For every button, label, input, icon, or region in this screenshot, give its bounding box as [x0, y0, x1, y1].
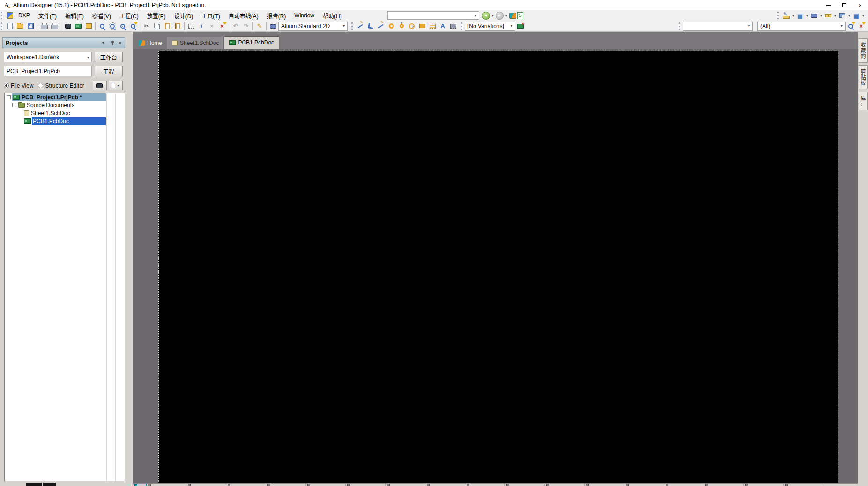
- back-history-chevron-icon[interactable]: ▾: [491, 14, 495, 18]
- move-icon[interactable]: +: [196, 22, 207, 31]
- tree-item-project[interactable]: − PCB_Project1.PrjPcb *: [5, 93, 125, 101]
- variant-board-icon[interactable]: [515, 22, 526, 31]
- panel-tab-clipboard[interactable]: 剪贴板: [859, 65, 868, 89]
- device-sheet-button[interactable]: [93, 81, 107, 90]
- align-tools-icon[interactable]: ▤: [795, 11, 805, 20]
- view-configuration-combo[interactable]: Altium Standard 2D ▾: [278, 22, 348, 31]
- layer-tab[interactable]: [664, 484, 704, 486]
- project-button[interactable]: 工程: [95, 66, 123, 76]
- pcb-editor-canvas[interactable]: [133, 49, 858, 483]
- variations-combo[interactable]: [No Variations] ▾: [465, 22, 515, 31]
- save-icon[interactable]: [25, 22, 36, 31]
- panel-tab-stub[interactable]: [26, 483, 42, 486]
- menu-view[interactable]: 察看(V): [88, 10, 115, 21]
- panel-tab-stub[interactable]: [43, 483, 56, 486]
- layer-tab[interactable]: [133, 484, 147, 486]
- pcb-board-area[interactable]: [158, 51, 838, 483]
- tab-sheet1-schdoc[interactable]: Sheet1.SchDoc: [167, 37, 224, 49]
- string-icon[interactable]: A: [438, 22, 448, 31]
- layer-tab[interactable]: [266, 484, 306, 486]
- collapse-icon[interactable]: −: [12, 103, 16, 107]
- dxp-icon[interactable]: [7, 12, 13, 19]
- layer-tab[interactable]: [744, 484, 784, 486]
- layer-tab[interactable]: [784, 484, 823, 486]
- polygon-pour-icon[interactable]: [427, 22, 438, 31]
- zoom-selected-icon[interactable]: [128, 22, 138, 31]
- apply-filter-icon[interactable]: [846, 22, 856, 31]
- home-icon[interactable]: [509, 13, 516, 19]
- mask-level-combo[interactable]: ▾: [683, 22, 753, 31]
- minimize-button[interactable]: [820, 0, 836, 10]
- layer-tab[interactable]: [465, 484, 505, 486]
- redo-icon[interactable]: ↷: [241, 22, 251, 31]
- chevron-down-icon[interactable]: ▾: [508, 22, 515, 30]
- chevron-down-icon[interactable]: ▾: [472, 12, 479, 19]
- differential-pair-routing-icon[interactable]: [376, 22, 386, 31]
- drawing-tools-icon[interactable]: [781, 11, 791, 20]
- chevron-down-icon[interactable]: ▾: [819, 14, 823, 18]
- new-document-icon[interactable]: [5, 22, 15, 31]
- panel-menu-chevron-icon[interactable]: ▾: [100, 41, 106, 45]
- room-tools-icon[interactable]: [837, 11, 847, 20]
- layer-tab[interactable]: [386, 484, 425, 486]
- zoom-point-icon[interactable]: [118, 22, 128, 31]
- find-tools-icon[interactable]: [809, 11, 819, 20]
- pcb-release-view-icon[interactable]: [73, 22, 83, 31]
- close-button[interactable]: ×: [852, 0, 868, 10]
- chevron-down-icon[interactable]: ▾: [861, 14, 865, 18]
- tab-home[interactable]: Home: [134, 37, 167, 49]
- layer-tab[interactable]: [585, 484, 624, 486]
- maximize-button[interactable]: [836, 0, 852, 10]
- menu-design[interactable]: 设计(D): [170, 10, 198, 21]
- interactive-routing-icon[interactable]: [355, 22, 365, 31]
- component-icon[interactable]: [448, 22, 458, 31]
- file-view-radio[interactable]: [4, 83, 9, 88]
- menu-autoroute[interactable]: 自动布线(A): [224, 10, 263, 21]
- open-document-icon[interactable]: [15, 22, 25, 31]
- project-name-field[interactable]: PCB_Project1.PrjPcb: [4, 66, 92, 76]
- layer-tab[interactable]: [704, 484, 744, 486]
- layer-tab[interactable]: [186, 484, 226, 486]
- workspace-combo[interactable]: Workspace1.DsnWrk ▾: [4, 52, 92, 62]
- menu-help[interactable]: 帮助(H): [319, 10, 346, 21]
- pin-icon[interactable]: [110, 40, 115, 46]
- tree-item-source-documents[interactable]: − Source Documents: [5, 101, 125, 109]
- layer-tab[interactable]: [147, 484, 186, 486]
- toolbar-grip[interactable]: [1, 12, 3, 19]
- chevron-down-icon[interactable]: ▾: [838, 22, 845, 30]
- menu-window[interactable]: Window: [290, 10, 319, 21]
- layer-tab[interactable]: [226, 484, 266, 486]
- paste-icon[interactable]: [162, 22, 172, 31]
- toolbar-grip[interactable]: [351, 22, 354, 30]
- tab-pcb1-pcbdoc[interactable]: PCB1.PcbDoc: [224, 36, 279, 49]
- refresh-document-icon[interactable]: ↻: [517, 12, 523, 19]
- pad-icon[interactable]: [386, 22, 396, 31]
- select-area-icon[interactable]: [186, 22, 196, 31]
- cut-icon[interactable]: ✂: [141, 22, 152, 31]
- chevron-down-icon[interactable]: ▾: [791, 14, 795, 18]
- chevron-down-icon[interactable]: ▾: [805, 14, 809, 18]
- layer-tab[interactable]: [425, 484, 465, 486]
- menu-edit[interactable]: 编辑(E): [61, 10, 88, 21]
- dimension-tools-icon[interactable]: [823, 11, 833, 20]
- browse-components-icon[interactable]: [268, 22, 278, 31]
- copy-icon[interactable]: [152, 22, 162, 31]
- arc-icon[interactable]: [407, 22, 417, 31]
- layer-tab[interactable]: [624, 484, 664, 486]
- chevron-down-icon[interactable]: ▾: [833, 14, 837, 18]
- layer-tab[interactable]: [306, 484, 346, 486]
- tree-item-pcbdoc[interactable]: PCB1.PcbDoc: [5, 117, 125, 125]
- clear-filter-funnel-icon[interactable]: ×: [856, 22, 866, 31]
- panel-splitter[interactable]: [127, 32, 133, 486]
- panel-close-icon[interactable]: ×: [119, 40, 122, 46]
- menu-reports[interactable]: 报告(R): [263, 10, 290, 21]
- workspace-button[interactable]: 工作台: [95, 52, 123, 62]
- toolbar-grip[interactable]: [679, 22, 681, 30]
- collapse-icon[interactable]: −: [7, 95, 11, 99]
- toolbar-grip[interactable]: [461, 22, 463, 30]
- annotate-icon[interactable]: ✎: [254, 22, 265, 31]
- route-icon[interactable]: [365, 22, 376, 31]
- layer-tabs-strip[interactable]: [133, 483, 858, 486]
- layer-tab[interactable]: [505, 484, 545, 486]
- forward-icon[interactable]: ▶: [496, 12, 504, 20]
